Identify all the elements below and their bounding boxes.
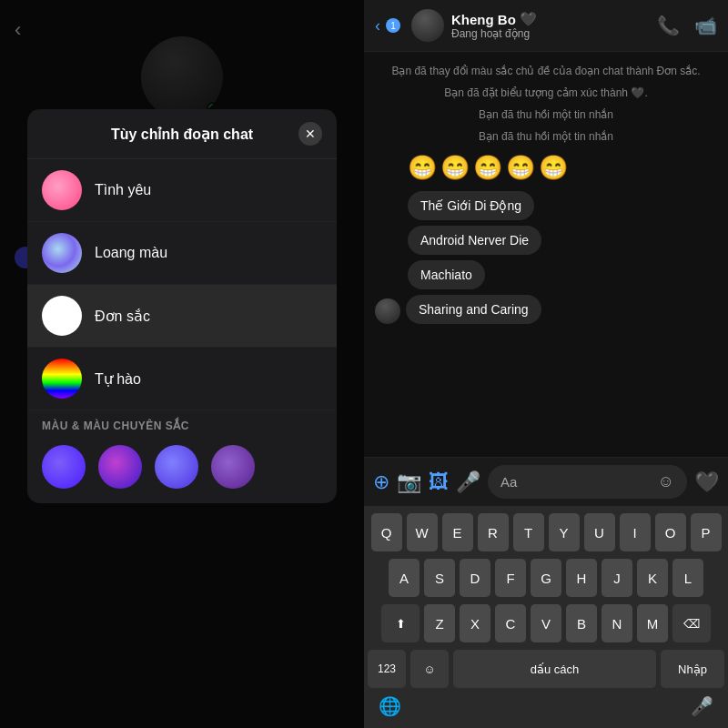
keyboard-row-2: A S D F G H J K L [368,559,724,597]
shift-key[interactable]: ⬆ [381,604,420,642]
don-sac-label: Đơn sắc [95,308,150,325]
chat-header-actions: 📞 📹 [657,15,717,36]
theme-option-tinh-yeu[interactable]: Tình yêu [27,159,337,222]
keyboard-bottom-bar: 🌐 🎤 [368,692,724,724]
key-g[interactable]: G [531,559,561,597]
tinh-yeu-icon [42,170,82,210]
phone-icon[interactable]: 📞 [657,15,680,36]
key-q[interactable]: Q [371,513,402,551]
unread-badge: 1 [386,18,400,33]
key-z[interactable]: Z [424,604,455,642]
bubble-sharing-caring: Sharing and Caring [406,295,541,324]
key-r[interactable]: R [478,513,509,551]
modal-close-button[interactable]: ✕ [298,122,322,146]
emoji-message: 😁 😁 😁 😁 😁 [375,154,717,182]
key-h[interactable]: H [566,559,597,597]
bubble-machiato: Machiato [408,260,485,289]
bubble-row-1: Thế Giới Di Động [375,191,717,220]
chat-contact-status: Đang hoạt động [451,27,650,40]
message-input[interactable]: Aa ☺ [488,465,687,499]
space-key[interactable]: dấu cách [453,650,656,688]
color-option-3[interactable] [155,445,198,489]
emoji-2: 😁 [440,154,470,182]
key-t[interactable]: T [513,513,544,551]
key-i[interactable]: I [620,513,651,551]
customize-modal: Tùy chỉnh đoạn chat ✕ Tình yêu Loang màu… [27,109,337,503]
key-w[interactable]: W [407,513,438,551]
key-e[interactable]: E [442,513,473,551]
don-sac-icon [42,296,82,336]
chat-header: ‹ 1 Kheng Bo 🖤 Đang hoạt động 📞 📹 [364,0,728,52]
image-icon[interactable]: 🖼 [429,470,449,494]
heart-send-icon[interactable]: 🖤 [694,470,719,494]
key-v[interactable]: V [531,604,561,642]
tu-hao-icon [42,359,82,399]
key-b[interactable]: B [566,604,597,642]
theme-option-tu-hao[interactable]: Tự hào [27,348,337,410]
keyboard-row-3: ⬆ Z X C V B N M ⌫ [368,604,724,642]
key-d[interactable]: D [460,559,490,597]
enter-key[interactable]: Nhập [661,650,724,688]
key-l[interactable]: L [672,559,703,597]
tinh-yeu-label: Tình yêu [95,182,151,198]
backspace-key[interactable]: ⌫ [672,604,711,642]
tu-hao-label: Tự hào [95,370,141,388]
sender-avatar [375,298,400,324]
right-panel: ‹ 1 Kheng Bo 🖤 Đang hoạt động 📞 📹 Bạn đã… [364,0,728,728]
chat-input-area: ⊕ 📷 🖼 🎤 Aa ☺ 🖤 [364,457,728,506]
key-p[interactable]: P [691,513,722,551]
emoji-picker-icon[interactable]: ☺ [658,472,674,491]
key-f[interactable]: F [495,559,526,597]
color-section-title: MÀU & MÀU CHUYÊN SẮC [27,410,337,438]
key-a[interactable]: A [389,559,420,597]
chat-back-button[interactable]: ‹ [375,16,380,35]
key-k[interactable]: K [637,559,668,597]
system-message-1: Bạn đã thay đổi màu sắc chủ đề của đoạn … [375,63,717,79]
key-n[interactable]: N [602,604,632,642]
key-s[interactable]: S [424,559,455,597]
key-m[interactable]: M [637,604,668,642]
chat-contact-name: Kheng Bo 🖤 [451,11,650,27]
chat-messages: Bạn đã thay đổi màu sắc chủ đề của đoạn … [364,52,728,457]
emoji-5: 😁 [539,154,568,182]
add-icon[interactable]: ⊕ [373,470,389,494]
globe-icon[interactable]: 🌐 [379,695,401,717]
keyboard: Q W E R T Y U I O P A S D F G H J K L ⬆ … [364,506,728,728]
camera-icon[interactable]: 📷 [397,470,421,494]
system-message-3: Bạn đã thu hồi một tin nhắn [375,106,717,123]
video-icon[interactable]: 📹 [694,15,717,36]
emoji-1: 😁 [408,154,437,182]
numbers-key[interactable]: 123 [368,650,406,688]
color-option-4[interactable] [211,445,255,489]
system-message-2: Bạn đã đặt biểu tượng cảm xúc thành 🖤. [375,85,717,101]
color-options [27,438,337,503]
key-j[interactable]: J [602,559,632,597]
bubble-row-4-with-avatar: Sharing and Caring [375,295,717,324]
theme-option-don-sac[interactable]: Đơn sắc [27,285,337,348]
key-y[interactable]: Y [549,513,580,551]
left-panel: ‹ Kheng Bo 🖤 f Trang cá nhân 🔔 Tắt thông… [0,0,364,728]
keyboard-bottom-row: 123 ☺ dấu cách Nhập [368,650,724,688]
mic-icon[interactable]: 🎤 [456,470,480,494]
bubble-row-3: Machiato [375,260,717,289]
theme-option-loang-mau[interactable]: Loang màu [27,222,337,285]
loang-mau-label: Loang màu [95,245,167,261]
modal-title: Tùy chỉnh đoạn chat [66,126,298,143]
chat-header-info: Kheng Bo 🖤 Đang hoạt động [451,11,650,40]
modal-header: Tùy chỉnh đoạn chat ✕ [27,109,337,159]
key-o[interactable]: O [655,513,686,551]
modal-overlay: Tùy chỉnh đoạn chat ✕ Tình yêu Loang màu… [0,0,364,728]
color-option-2[interactable] [98,445,142,489]
key-u[interactable]: U [584,513,615,551]
mic-keyboard-icon[interactable]: 🎤 [691,695,713,717]
key-x[interactable]: X [460,604,490,642]
system-message-4: Bạn đã thu hồi một tin nhắn [375,128,717,145]
emoji-keyboard-key[interactable]: ☺ [410,650,449,688]
emoji-3: 😁 [473,154,502,182]
color-option-1[interactable] [42,445,86,489]
bubble-row-2: Android Nerver Die [375,226,717,255]
bubble-the-gioi: Thế Giới Di Động [408,191,534,220]
key-c[interactable]: C [495,604,526,642]
loang-mau-icon [42,233,82,273]
emoji-4: 😁 [506,154,535,182]
